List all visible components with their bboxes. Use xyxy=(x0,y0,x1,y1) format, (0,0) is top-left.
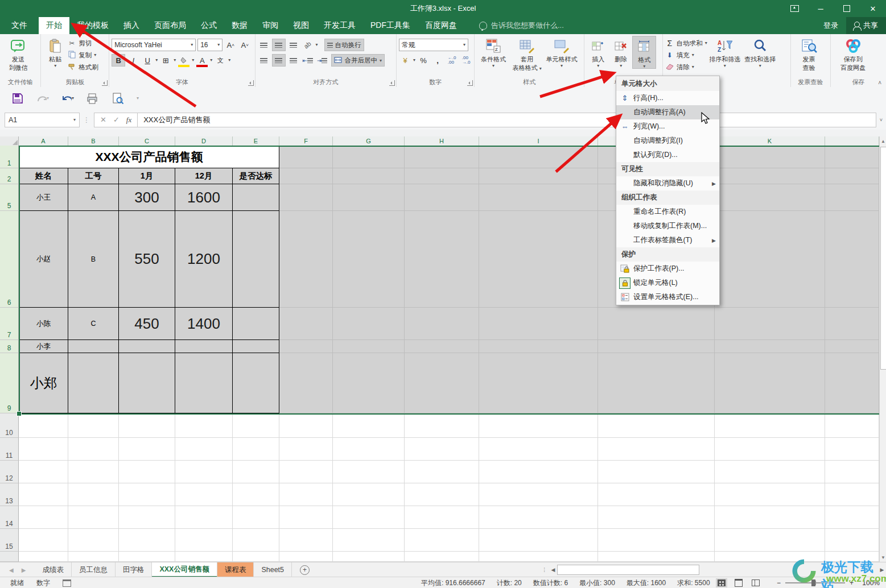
invoice-check-button[interactable]: 发票 查验 xyxy=(793,36,825,72)
cell[interactable] xyxy=(405,506,479,529)
table-cell[interactable]: 小李 xyxy=(19,340,68,353)
align-left-icon[interactable] xyxy=(258,55,270,66)
table-cell[interactable]: 1月 xyxy=(119,168,175,184)
cell[interactable] xyxy=(598,483,715,506)
table-cell[interactable]: 是否达标 xyxy=(233,168,279,184)
tab-视图[interactable]: 视图 xyxy=(286,17,316,34)
cell[interactable] xyxy=(279,308,333,340)
cut-button[interactable]: ✂剪切 xyxy=(67,38,98,48)
column-header-G[interactable]: G xyxy=(333,136,405,146)
maximize-button[interactable] xyxy=(834,0,860,17)
cell[interactable] xyxy=(68,413,119,438)
minimize-button[interactable]: ─ xyxy=(807,0,834,17)
increase-decimal-icon[interactable]: ←.0 .00 xyxy=(446,55,458,66)
cell[interactable] xyxy=(479,211,598,308)
orientation-icon[interactable]: ab xyxy=(302,39,314,51)
cell[interactable] xyxy=(333,529,405,552)
cell[interactable] xyxy=(68,506,119,529)
row-header-8[interactable]: 8 xyxy=(0,340,19,353)
cell[interactable] xyxy=(479,184,598,211)
cell-styles-button[interactable]: 单元格样式 ▾ xyxy=(544,36,579,68)
cell[interactable] xyxy=(405,168,479,184)
cell[interactable] xyxy=(405,483,479,506)
select-all-corner[interactable] xyxy=(0,136,19,146)
cell[interactable] xyxy=(405,340,479,353)
cell[interactable] xyxy=(333,308,405,340)
qat-customize-icon[interactable]: ▾ xyxy=(137,97,139,100)
cell[interactable] xyxy=(405,461,479,483)
cell[interactable] xyxy=(19,438,68,461)
cell[interactable] xyxy=(598,461,715,483)
expand-formula-bar-icon[interactable]: ˅ xyxy=(880,117,883,123)
table-cell[interactable]: 小王 xyxy=(19,184,68,211)
table-cell[interactable]: 工号 xyxy=(68,168,119,184)
cell[interactable] xyxy=(279,483,333,506)
cell[interactable] xyxy=(175,506,233,529)
cell[interactable] xyxy=(405,438,479,461)
sheet-tab-员工信息[interactable]: 员工信息 xyxy=(72,562,116,577)
row-header-12[interactable]: 12 xyxy=(0,461,19,483)
cell[interactable] xyxy=(333,438,405,461)
cell[interactable] xyxy=(233,438,279,461)
increase-indent-icon[interactable]: ⇥ xyxy=(316,55,328,66)
confirm-entry-icon[interactable]: ✓ xyxy=(113,115,119,124)
conditional-formatting-button[interactable]: ≠ 条件格式 ▾ xyxy=(477,36,510,68)
cell[interactable] xyxy=(233,461,279,483)
format-button[interactable]: 格式▾ xyxy=(632,36,656,69)
zoom-slider[interactable] xyxy=(785,582,845,583)
cell[interactable] xyxy=(715,483,825,506)
cell[interactable] xyxy=(119,413,175,438)
tab-scroll-splitter[interactable]: ⁞ xyxy=(540,562,549,577)
cell[interactable] xyxy=(333,184,405,211)
tab-开始[interactable]: 开始 xyxy=(39,17,69,34)
cell[interactable] xyxy=(715,461,825,483)
tab-公式[interactable]: 公式 xyxy=(193,17,224,34)
tab-我的模板[interactable]: 我的模板 xyxy=(69,17,116,34)
cell[interactable] xyxy=(479,438,598,461)
row-header-9[interactable]: 9 xyxy=(0,353,19,413)
cell[interactable] xyxy=(715,413,825,438)
cell[interactable] xyxy=(333,211,405,308)
cell[interactable] xyxy=(479,461,598,483)
formula-bar-splitter[interactable]: ⋮ xyxy=(83,116,90,124)
increase-font-icon[interactable]: A˄ xyxy=(224,39,237,51)
menu-item[interactable]: 默认列宽(D)... xyxy=(616,148,719,162)
tab-PDF工具集[interactable]: PDF工具集 xyxy=(363,17,418,34)
decrease-decimal-icon[interactable]: .00 →.0 xyxy=(460,55,472,66)
cell[interactable] xyxy=(119,438,175,461)
cell[interactable] xyxy=(598,413,715,438)
cell[interactable] xyxy=(479,413,598,438)
sheet-tab-课程表[interactable]: 课程表 xyxy=(217,562,254,577)
cell[interactable] xyxy=(19,552,68,562)
cell[interactable] xyxy=(479,529,598,552)
table-cell[interactable]: 小赵 xyxy=(19,211,68,308)
cell[interactable] xyxy=(333,552,405,562)
cell[interactable] xyxy=(715,168,825,184)
cell[interactable] xyxy=(825,461,879,483)
sheet-tab-成绩表[interactable]: 成绩表 xyxy=(35,562,72,577)
scroll-down-icon[interactable]: ▼ xyxy=(880,553,886,562)
page-layout-view-icon[interactable] xyxy=(733,578,744,587)
sheet-tab-田字格[interactable]: 田字格 xyxy=(116,562,153,577)
cell[interactable] xyxy=(233,483,279,506)
comma-format-icon[interactable]: , xyxy=(431,55,444,66)
cell[interactable] xyxy=(598,340,715,353)
zoom-out-icon[interactable]: − xyxy=(777,579,781,587)
name-box-dropdown-icon[interactable]: ▾ xyxy=(73,117,76,122)
cell[interactable] xyxy=(405,211,479,308)
table-cell[interactable] xyxy=(175,340,233,353)
decrease-font-icon[interactable]: A˅ xyxy=(238,39,251,51)
row-header-10[interactable]: 10 xyxy=(0,413,19,438)
cell[interactable] xyxy=(825,413,879,438)
menu-item[interactable]: 隐藏和取消隐藏(U)▶ xyxy=(616,176,719,191)
align-top-icon[interactable] xyxy=(258,39,270,51)
cell[interactable] xyxy=(119,483,175,506)
cell[interactable] xyxy=(19,461,68,483)
row-header-2[interactable]: 2 xyxy=(0,168,19,184)
clipboard-dialog-launcher[interactable] xyxy=(102,80,108,86)
copy-button[interactable]: 复制▾ xyxy=(67,50,98,60)
cell[interactable] xyxy=(279,168,333,184)
cell[interactable] xyxy=(479,308,598,340)
table-cell[interactable]: 姓名 xyxy=(19,168,68,184)
cell[interactable] xyxy=(19,483,68,506)
